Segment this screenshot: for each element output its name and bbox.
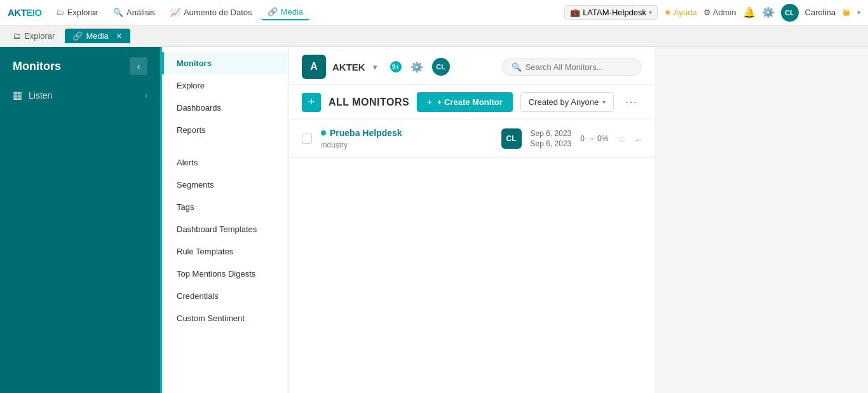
monitor-name[interactable]: Prueba Helpdesk: [321, 128, 492, 138]
settings-people-icon: ⚙: [703, 8, 711, 17]
settings-gear-icon[interactable]: ⚙️: [762, 6, 775, 18]
crown-icon: 👑: [842, 8, 851, 17]
sec-nav-top-mentions[interactable]: Top Mentions Digests: [162, 263, 288, 285]
nav-item-analisis[interactable]: 🔍 Análisis: [107, 5, 161, 20]
add-monitor-plus-button[interactable]: +: [302, 93, 321, 112]
tab-media-close-button[interactable]: ✕: [116, 31, 123, 41]
listen-icon: ▦: [13, 89, 22, 101]
create-monitor-button[interactable]: + + Create Monitor: [417, 92, 513, 112]
tab-explorar[interactable]: 🗂 Explorar: [5, 29, 62, 43]
notification-bell-icon[interactable]: 🔔: [743, 6, 756, 18]
listen-chevron-icon: ›: [145, 91, 147, 100]
explorar-icon: 🗂: [56, 8, 64, 17]
aktek-name: AKTEK: [332, 62, 365, 72]
monitor-avatar: CL: [501, 128, 522, 149]
content-header: A AKTEK ▾ 9+ ⚙️ CL 🔍: [289, 47, 654, 85]
top-nav: AKTEIO 🗂 Explorar 🔍 Análisis 📈 Aumento d…: [0, 0, 868, 25]
monitor-checkbox[interactable]: [302, 134, 312, 144]
aktek-dropdown-chevron[interactable]: ▾: [373, 62, 377, 72]
sec-nav-custom-sentiment[interactable]: Custom Sentiment: [162, 307, 288, 329]
app-logo[interactable]: AKTEIO: [8, 7, 42, 18]
user-avatar[interactable]: CL: [781, 4, 799, 22]
sec-nav-monitors[interactable]: Monitors: [162, 52, 288, 74]
monitors-toolbar: + ALL MONITORS + + Create Monitor Create…: [289, 85, 654, 120]
monitor-sentiment-icon: ☺: [617, 134, 626, 144]
helpdesk-dropdown-icon: ▾: [649, 9, 652, 16]
tab-media[interactable]: 🔗 Media ✕: [65, 29, 130, 43]
helpdesk-badge[interactable]: 💼 LATAM-Helpdesk ▾: [564, 5, 658, 20]
monitor-status-dot: [321, 130, 326, 135]
sidebar-header: Monitors ‹: [0, 47, 160, 83]
monitor-more-actions[interactable]: ...: [635, 134, 642, 143]
sec-nav-explore[interactable]: Explore: [162, 74, 288, 97]
monitor-stats-arrow: →: [587, 134, 595, 143]
monitor-info: Prueba Helpdesk industry: [321, 128, 492, 149]
search-input[interactable]: [526, 62, 632, 72]
main-layout: Monitors ‹ ▦ Listen › Monitors Explore D…: [0, 47, 868, 393]
aktek-logo-box: A: [302, 55, 326, 79]
sec-nav-dashboards[interactable]: Dashboards: [162, 97, 288, 119]
search-icon: 🔍: [512, 62, 522, 72]
nav-item-aumento[interactable]: 📈 Aumento de Datos: [164, 5, 259, 20]
create-monitor-plus-icon: +: [427, 97, 432, 107]
star-icon: ★: [664, 8, 672, 17]
sec-nav-alerts[interactable]: Alerts: [162, 151, 288, 174]
notification-count-badge[interactable]: 9+: [390, 61, 402, 72]
user-avatar-content[interactable]: CL: [432, 58, 450, 76]
sidebar-collapse-button[interactable]: ‹: [130, 57, 147, 75]
nav-divider: [162, 141, 288, 151]
monitor-tag: industry: [321, 141, 492, 149]
all-monitors-title: ALL MONITORS: [329, 97, 409, 108]
monitor-dates: Sep 6, 2023 Sep 6, 2023: [531, 129, 572, 148]
sec-nav-rule-templates[interactable]: Rule Templates: [162, 240, 288, 263]
table-row: Prueba Helpdesk industry CL Sep 6, 2023 …: [289, 120, 654, 158]
sec-nav-segments[interactable]: Segments: [162, 174, 288, 196]
top-nav-right: 💼 LATAM-Helpdesk ▾ ★ Ayuda ⚙ Admin 🔔 ⚙️ …: [564, 4, 860, 22]
aumento-icon: 📈: [170, 8, 180, 17]
analisis-icon: 🔍: [113, 8, 123, 17]
admin-link[interactable]: ⚙ Admin: [703, 8, 736, 17]
more-options-button[interactable]: ···: [621, 94, 641, 111]
settings-icon[interactable]: ⚙️: [410, 61, 423, 73]
user-dropdown-chevron[interactable]: ▾: [857, 9, 860, 16]
sidebar-title: Monitors: [13, 60, 61, 73]
search-box: 🔍: [502, 59, 642, 76]
sec-nav-credentials[interactable]: Credentials: [162, 285, 288, 307]
sidebar-item-listen[interactable]: ▦ Listen ›: [0, 83, 160, 107]
monitors-list: Prueba Helpdesk industry CL Sep 6, 2023 …: [289, 120, 654, 393]
nav-item-explorar[interactable]: 🗂 Explorar: [50, 5, 104, 20]
tabs-bar: 🗂 Explorar 🔗 Media ✕: [0, 25, 868, 47]
media-icon: 🔗: [268, 7, 278, 17]
sec-nav-reports[interactable]: Reports: [162, 119, 288, 141]
content-area: A AKTEK ▾ 9+ ⚙️ CL 🔍 + ALL MONITORS: [289, 47, 654, 393]
tab-media-icon: 🔗: [72, 31, 83, 41]
created-by-dropdown[interactable]: Created by Anyone ▾: [520, 92, 614, 112]
sec-nav-tags[interactable]: Tags: [162, 196, 288, 218]
left-sidebar: Monitors ‹ ▦ Listen ›: [0, 47, 160, 393]
secondary-nav: Monitors Explore Dashboards Reports Aler…: [162, 47, 289, 393]
tab-explorar-icon: 🗂: [13, 31, 21, 41]
monitors-content-wrapper: Monitors Explore Dashboards Reports Aler…: [160, 47, 654, 393]
briefcase-icon: 💼: [570, 8, 580, 17]
nav-item-media[interactable]: 🔗 Media: [261, 4, 309, 20]
created-by-chevron-icon: ▾: [602, 99, 606, 106]
sec-nav-dashboard-templates[interactable]: Dashboard Templates: [162, 218, 288, 240]
ayuda-link[interactable]: ★ Ayuda: [664, 8, 697, 17]
monitor-stats: 0 → 0%: [580, 134, 608, 143]
